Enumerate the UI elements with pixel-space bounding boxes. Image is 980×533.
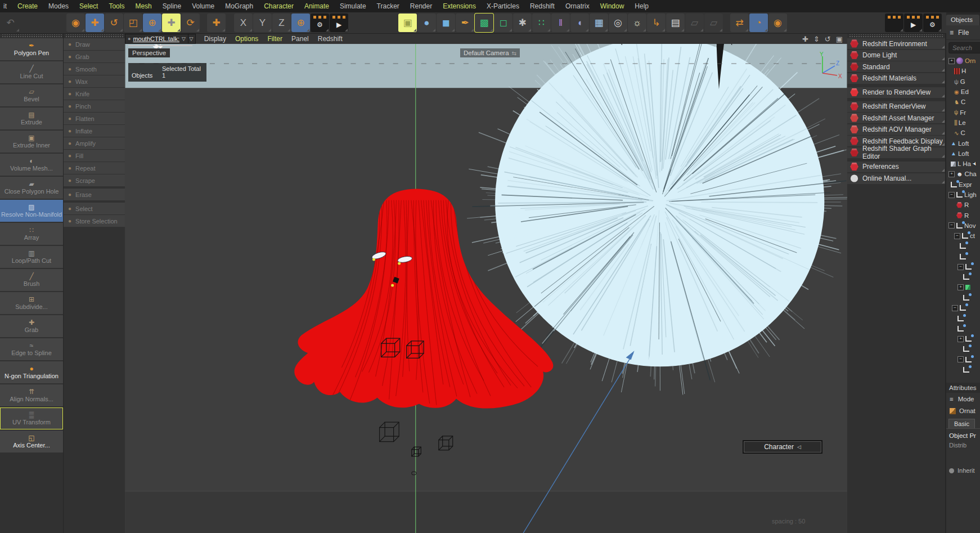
menu-item[interactable]: Mesh: [135, 2, 151, 10]
tree-row[interactable]: − Nov: [946, 221, 980, 231]
redshift-palette-item[interactable]: Redshift AOV Manager: [847, 124, 945, 135]
left-tool-item[interactable]: ▒ UV Transform: [0, 407, 63, 429]
viewport-menu-item[interactable]: Options: [235, 35, 258, 43]
toolbar-button[interactable]: ●: [417, 14, 436, 32]
toolbar-button[interactable]: Y: [253, 14, 272, 32]
tree-row[interactable]: ∿ C: [946, 128, 980, 138]
left-tool-item[interactable]: ╱ Brush: [0, 269, 63, 291]
left-tool-item[interactable]: ◐ Volume Mesh...: [0, 154, 63, 176]
left-tool-item[interactable]: ◱ Axis Center...: [0, 431, 63, 453]
tree-row[interactable]: − ct: [946, 231, 980, 241]
toolbar-button[interactable]: ◰: [124, 14, 142, 32]
tree-row[interactable]: Expr: [946, 180, 980, 190]
toolbar-button[interactable]: ▤: [666, 14, 685, 32]
toolbar-button[interactable]: ▩: [475, 14, 493, 32]
redshift-palette-item[interactable]: Dome Light: [847, 50, 945, 61]
toolbar-button[interactable]: ◉: [768, 14, 787, 32]
toolbar-button[interactable]: ◎: [609, 14, 627, 32]
left-tool-item[interactable]: ▣ Extrude Inner: [0, 131, 63, 153]
camera-switch-icon[interactable]: ⇆: [512, 50, 516, 56]
viewport-menu-item[interactable]: Redshift: [318, 35, 343, 43]
mode-menu[interactable]: Mode: [958, 396, 974, 402]
pose-handle-icon[interactable]: ◆: [155, 43, 159, 49]
menu-item[interactable]: Render: [410, 2, 432, 10]
sculpt-tool-item[interactable]: ● Flatten: [64, 113, 125, 124]
toolbar-button[interactable]: ↳: [647, 14, 666, 32]
menu-item[interactable]: it: [3, 2, 7, 10]
toolbar-button[interactable]: ⊕: [143, 14, 161, 32]
left-tool-item[interactable]: ✚ Grab: [0, 315, 63, 337]
toolbar-button[interactable]: ⚙: [923, 14, 942, 32]
viewport-view-label[interactable]: Perspective: [128, 48, 170, 57]
radio-icon[interactable]: [949, 468, 954, 473]
menu-item[interactable]: MoGraph: [225, 2, 253, 10]
toolbar-button[interactable]: ▱: [704, 14, 723, 32]
redshift-palette-item[interactable]: Redshift Environment: [847, 38, 945, 49]
left-tool-item[interactable]: ▨ Resolve Non-Manifold: [0, 200, 63, 222]
redshift-palette-item[interactable]: Preferences: [847, 162, 945, 172]
collapse-arrow-icon[interactable]: ◁: [797, 444, 801, 450]
toolbar-button[interactable]: ✱: [513, 14, 532, 32]
menu-item[interactable]: Volume: [192, 2, 214, 10]
menu-item[interactable]: Animate: [304, 2, 329, 10]
expand-toggle[interactable]: −: [948, 222, 955, 229]
sculpt-tool-item[interactable]: ● Amplify: [64, 137, 125, 149]
menu-item[interactable]: X-Particles: [487, 2, 519, 10]
sculpt-tool-item[interactable]: ● Pinch: [64, 100, 125, 112]
sculpt-tool-item[interactable]: ● Repeat: [64, 162, 125, 174]
left-tool-item[interactable]: ▱ Bevel: [0, 84, 63, 106]
hamburger-icon[interactable]: ≡: [950, 29, 954, 37]
tree-row[interactable]: − Ligh: [946, 190, 980, 200]
expand-toggle[interactable]: −: [952, 305, 958, 311]
left-tool-item[interactable]: ∷ Array: [0, 223, 63, 245]
toolbar-button[interactable]: Z: [272, 14, 291, 32]
rotate-view-icon[interactable]: ↺: [825, 35, 831, 43]
3d-viewport[interactable]: ≡ View Cameras Display Options Filter Pa…: [125, 34, 847, 533]
menu-item[interactable]: Create: [17, 2, 38, 10]
tree-row[interactable]: R: [946, 200, 980, 210]
tree-row[interactable]: + ☻ Cha: [946, 169, 980, 179]
tree-row[interactable]: ψ G: [946, 77, 980, 87]
menu-item[interactable]: Tools: [109, 2, 124, 10]
toolbar-button[interactable]: ✒: [456, 14, 474, 32]
tree-row[interactable]: [946, 365, 980, 375]
tree-row[interactable]: +: [946, 334, 980, 344]
sculpt-tool-item[interactable]: ● Smooth: [64, 63, 125, 75]
menu-item[interactable]: Modes: [48, 2, 69, 10]
toolbar-button[interactable]: ☼: [628, 14, 646, 32]
toolbar-button[interactable]: ◻: [494, 14, 513, 32]
tree-row[interactable]: H: [946, 66, 980, 76]
menu-item[interactable]: Ornatrix: [565, 2, 590, 10]
sculpt-tool-item[interactable]: ● Wax: [64, 75, 125, 87]
menu-item[interactable]: Simulate: [340, 2, 366, 10]
toolbar-button[interactable]: ▣: [398, 14, 417, 32]
left-tool-item[interactable]: ▥ Loop/Path Cut: [0, 246, 63, 268]
menu-item[interactable]: Select: [79, 2, 98, 10]
maximize-view-icon[interactable]: ▣: [836, 35, 843, 43]
toolbar-button[interactable]: ◔: [749, 14, 768, 32]
tree-row[interactable]: ▲ Loft: [946, 149, 980, 159]
left-tool-item[interactable]: ╱ Line Cut: [0, 61, 63, 83]
left-tool-item[interactable]: ▤ Extrude: [0, 108, 63, 129]
redshift-palette-item[interactable]: Redshift RenderView: [847, 101, 945, 112]
toolbar-button[interactable]: ∷: [532, 14, 551, 32]
left-tool-item[interactable]: ● N-gon Triangulation: [0, 361, 63, 383]
sculpt-tool-item[interactable]: ● Inflate: [64, 125, 125, 137]
sculpt-tool-item[interactable]: ● Grab: [64, 51, 125, 62]
chevron-down-icon[interactable]: ▽: [182, 36, 186, 42]
hamburger-icon[interactable]: ≡: [950, 396, 954, 402]
tree-row[interactable]: −: [946, 262, 980, 272]
menu-item[interactable]: Tracker: [377, 2, 399, 10]
tree-row[interactable]: [946, 252, 980, 262]
toolbar-button[interactable]: ▶: [904, 14, 923, 32]
toolbar-button[interactable]: ⇄: [730, 14, 749, 32]
sculpt-tool-item[interactable]: ● Store Selection: [64, 215, 125, 227]
redshift-palette-item[interactable]: Render to RenderView: [847, 87, 945, 98]
toolbar-button[interactable]: ⊕: [291, 14, 310, 32]
expand-toggle[interactable]: −: [948, 192, 955, 198]
toolbar-button[interactable]: ⚙: [311, 14, 329, 32]
tree-row[interactable]: ψ Fr: [946, 107, 980, 117]
pose-slider-area[interactable]: ◆: [128, 45, 185, 46]
toolbar-button[interactable]: ↶: [1, 14, 20, 32]
toolbar-button[interactable]: ↺: [105, 14, 123, 32]
